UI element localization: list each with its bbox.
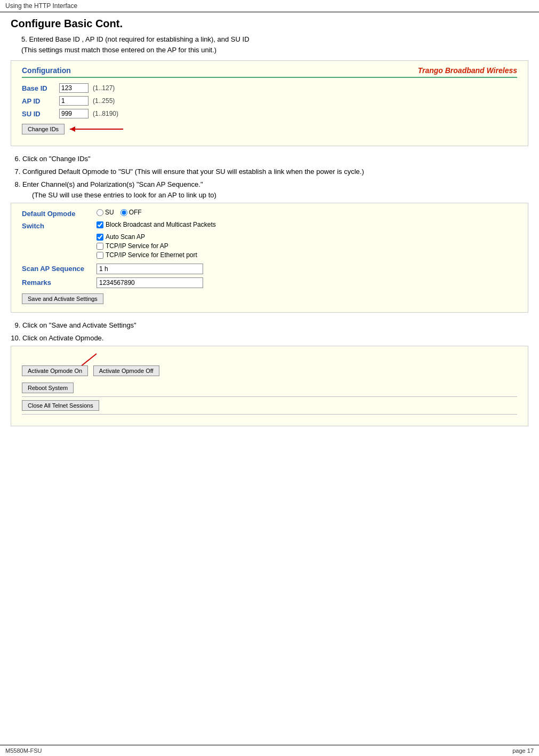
base-id-row: Base ID (1..127) — [22, 83, 517, 93]
step-9: Click on "Save and Activate Settings" — [22, 320, 528, 331]
step-8: Enter Channel(s) and Polarization(s) "Sc… — [22, 179, 528, 202]
opmode-off-option[interactable]: OFF — [120, 209, 142, 216]
step-10: Click on Activate Opmode. — [22, 333, 528, 344]
save-activate-button[interactable]: Save and Activate Settings — [22, 293, 103, 304]
switch-tcpip-eth[interactable]: TCP/IP Service for Ethernet port — [96, 251, 517, 259]
scan-ap-label: Scan AP Sequence — [22, 264, 96, 273]
scan-ap-input[interactable] — [96, 264, 203, 274]
page-header: Using the HTTP Interface — [0, 0, 539, 12]
switch-label: Switch — [22, 221, 96, 230]
opmode-off-radio[interactable] — [120, 209, 127, 216]
base-id-label: Base ID — [22, 84, 59, 92]
config-title: Configuration — [22, 66, 71, 75]
step-7: Configured Default Opmode to "SU" (This … — [22, 166, 528, 178]
base-id-input[interactable] — [59, 83, 89, 93]
default-opmode-options: SU OFF — [96, 209, 517, 216]
reboot-system-button[interactable]: Reboot System — [22, 383, 74, 393]
opmode-su-option[interactable]: SU — [96, 209, 114, 216]
close-telnet-button[interactable]: Close All Telnet Sessions — [22, 400, 99, 411]
switch-block-broadcast[interactable]: Block Broadcast and Multicast Packets — [96, 221, 517, 228]
default-opmode-label: Default Opmode — [22, 209, 96, 218]
switch-row: Switch Block Broadcast and Multicast Pac… — [22, 221, 517, 260]
ap-id-row: AP ID (1..255) — [22, 96, 517, 106]
page-footer: M5580M-FSU page 17 — [0, 745, 539, 756]
tcpip-eth-checkbox[interactable] — [96, 252, 103, 259]
header-text: Using the HTTP Interface — [5, 2, 77, 10]
step-6: Click on "Change IDs" — [22, 154, 528, 165]
change-ids-row: Change IDs — [22, 123, 517, 136]
switch-options: Block Broadcast and Multicast Packets Au… — [96, 221, 517, 260]
intro-line2: (This settings must match those entered … — [21, 45, 528, 55]
auto-scan-checkbox[interactable] — [96, 234, 103, 241]
close-telnet-row: Close All Telnet Sessions — [22, 400, 517, 411]
section-title: Configure Basic Cont. — [11, 18, 528, 30]
su-id-row: SU ID (1..8190) — [22, 109, 517, 118]
reboot-row: Reboot System — [22, 383, 517, 393]
scan-ap-input-wrapper — [96, 264, 517, 274]
steps-9-10: Click on "Save and Activate Settings" Cl… — [22, 320, 528, 344]
config-panel-1: Configuration Trango Broadband Wireless … — [11, 60, 528, 146]
intro-line1: 5. Entered Base ID , AP ID (not required… — [21, 34, 528, 45]
intro-block: 5. Entered Base ID , AP ID (not required… — [21, 34, 528, 55]
activate-opmode-off-button[interactable]: Activate Opmode Off — [93, 365, 159, 376]
ap-id-hint: (1..255) — [93, 97, 115, 105]
block-broadcast-label: Block Broadcast and Multicast Packets — [106, 221, 216, 228]
tcpip-ap-checkbox[interactable] — [96, 243, 103, 250]
red-arrow-icon — [65, 123, 128, 136]
switch-auto-scan[interactable]: Auto Scan AP — [96, 233, 517, 241]
su-id-label: SU ID — [22, 110, 59, 118]
step-8-sub: (The SU will use these entries to look f… — [32, 190, 528, 201]
auto-scan-label: Auto Scan AP — [106, 233, 145, 241]
config-panel-header: Configuration Trango Broadband Wireless — [22, 66, 517, 78]
separator-1 — [22, 396, 517, 397]
brand-name: Trango Broadband Wireless — [418, 66, 517, 75]
steps-6-8: Click on "Change IDs" Configured Default… — [22, 154, 528, 201]
tcpip-eth-label: TCP/IP Service for Ethernet port — [106, 251, 197, 259]
base-id-hint: (1..127) — [93, 84, 115, 92]
activate-opmode-on-button[interactable]: Activate Opmode On — [22, 365, 88, 376]
ap-id-label: AP ID — [22, 97, 59, 105]
opmode-su-radio[interactable] — [96, 209, 103, 216]
save-activate-row: Save and Activate Settings — [22, 293, 517, 304]
remarks-input[interactable] — [96, 277, 203, 288]
change-ids-button[interactable]: Change IDs — [22, 124, 65, 134]
ap-id-input[interactable] — [59, 96, 89, 106]
block-broadcast-checkbox[interactable] — [96, 221, 103, 228]
activate-opmode-row: Activate Opmode On Activate Opmode Off — [22, 352, 517, 378]
switch-tcpip-ap[interactable]: TCP/IP Service for AP — [96, 242, 517, 250]
su-id-hint: (1..8190) — [93, 110, 118, 117]
scan-ap-row: Scan AP Sequence — [22, 264, 517, 274]
footer-left: M5580M-FSU — [5, 747, 42, 754]
config-panel-2: Default Opmode SU OFF Switch Block Broa — [11, 203, 528, 313]
remarks-row: Remarks — [22, 277, 517, 288]
remarks-label: Remarks — [22, 277, 96, 287]
separator-2 — [22, 414, 517, 415]
svg-marker-1 — [70, 126, 75, 132]
footer-right: page 17 — [512, 747, 534, 754]
remarks-input-wrapper — [96, 277, 517, 288]
activate-panel: Activate Opmode On Activate Opmode Off R… — [11, 346, 528, 426]
tcpip-ap-label: TCP/IP Service for AP — [106, 242, 168, 250]
default-opmode-row: Default Opmode SU OFF — [22, 209, 517, 218]
su-id-input[interactable] — [59, 109, 89, 118]
